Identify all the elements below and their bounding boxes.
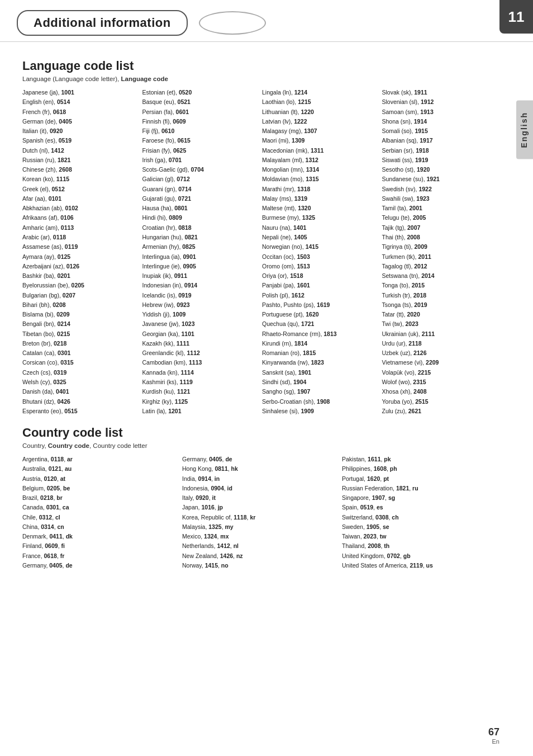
list-item: Taiwan, 2023, tw	[342, 532, 499, 541]
language-column-3: Lingala (ln), 1214Laothian (lo), 1215Lit…	[262, 88, 380, 415]
list-item: Corsican (co), 0315	[22, 358, 140, 367]
country-section-subtitle: Country, Country code, Country code lett…	[22, 442, 499, 449]
list-item: Bihari (bh), 0208	[22, 300, 140, 309]
list-item: Czech (cs), 0319	[22, 368, 140, 377]
list-item: Malayalam (ml), 1312	[262, 155, 380, 164]
list-item: Sinhalese (si), 1909	[262, 407, 380, 415]
list-item: Austria, 0120, at	[22, 474, 180, 483]
list-item: Thai (th), 2008	[382, 233, 500, 242]
list-item: Tamil (ta), 2001	[382, 204, 500, 212]
list-item: Sesotho (st), 1920	[382, 165, 500, 174]
list-item: Georgian (ka), 1101	[142, 329, 260, 338]
list-item: Serbian (sr), 1918	[382, 146, 500, 155]
list-item: Macedonian (mk), 1311	[262, 146, 380, 155]
list-item: Mexico, 1324, mx	[182, 532, 340, 541]
language-column-1: Japanese (ja), 1001English (en), 0514Fre…	[22, 88, 140, 415]
list-item: Cambodian (km), 1113	[142, 358, 260, 367]
list-item: Breton (br), 0218	[22, 339, 140, 348]
list-item: Russian Federation, 1821, ru	[342, 484, 499, 493]
list-item: Fiji (fj), 0610	[142, 126, 260, 135]
list-item: Switzerland, 0308, ch	[342, 513, 499, 522]
main-content: Language code list Language (Language co…	[0, 48, 533, 581]
language-section-subtitle: Language (Language code letter), Languag…	[22, 75, 499, 82]
list-item: India, 0914, in	[182, 474, 340, 483]
list-item: Faroese (fo), 0615	[142, 136, 260, 145]
list-item: United States of America, 2119, us	[342, 561, 499, 570]
footer-lang: En	[492, 738, 499, 745]
english-tab: English	[516, 101, 533, 159]
list-item: Twi (tw), 2023	[382, 319, 500, 328]
list-item: Burmese (my), 1325	[262, 213, 380, 222]
list-item: Lingala (ln), 1214	[262, 88, 380, 97]
list-item: Kazakh (kk), 1111	[142, 339, 260, 348]
list-item: Singapore, 1907, sg	[342, 493, 499, 502]
country-column-2: Germany, 0405, deHong Kong, 0811, hkIndi…	[182, 455, 340, 570]
list-item: Afrikaans (af), 0106	[22, 213, 140, 222]
list-item: Aymara (ay), 0125	[22, 252, 140, 261]
list-item: Chinese (zh), 2608	[22, 165, 140, 174]
list-item: Samoan (sm), 1913	[382, 107, 500, 116]
list-item: Bengali (bn), 0214	[22, 319, 140, 328]
list-item: Mongolian (mn), 1314	[262, 165, 380, 174]
list-item: Zulu (zu), 2621	[382, 407, 500, 415]
list-item: Moldavian (mo), 1315	[262, 174, 380, 183]
list-item: Hebrew (iw), 0923	[142, 300, 260, 309]
country-column-3: Pakistan, 1611, pkPhilippines, 1608, phP…	[342, 455, 499, 570]
list-item: Bulgarian (bg), 0207	[22, 291, 140, 300]
list-item: Afar (aa), 0101	[22, 194, 140, 203]
list-item: Oriya (or), 1518	[262, 271, 380, 280]
list-item: Tsonga (ts), 2019	[382, 300, 500, 309]
list-item: Hausa (ha), 0801	[142, 204, 260, 212]
list-item: Irish (ga), 0701	[142, 155, 260, 164]
list-item: Portugal, 1620, pt	[342, 474, 499, 483]
list-item: Kirundi (rn), 1814	[262, 339, 380, 348]
page-footer: 67 En	[488, 726, 499, 745]
list-item: Netherlands, 1412, nl	[182, 541, 340, 550]
list-item: Laothian (lo), 1215	[262, 97, 380, 106]
list-item: Kurdish (ku), 1121	[142, 387, 260, 396]
list-item: Brazil, 0218, br	[22, 493, 180, 502]
list-item: Occitan (oc), 1503	[262, 252, 380, 261]
list-item: Arabic (ar), 0118	[22, 233, 140, 242]
country-subtitle-mid: , Country code letter	[89, 442, 147, 449]
list-item: Javanese (jw), 1023	[142, 319, 260, 328]
list-item: Greenlandic (kl), 1112	[142, 348, 260, 357]
list-item: Siswati (ss), 1919	[382, 155, 500, 164]
list-item: Swahili (sw), 1923	[382, 194, 500, 203]
list-item: Indonesia, 0904, id	[182, 484, 340, 493]
list-item: Quechua (qu), 1721	[262, 319, 380, 328]
list-item: Nepali (ne), 1405	[262, 233, 380, 242]
list-item: Kirghiz (ky), 1125	[142, 397, 260, 406]
list-item: Oromo (om), 1513	[262, 262, 380, 271]
list-item: Vietnamese (vi), 2209	[382, 358, 500, 367]
list-item: Somali (so), 1915	[382, 126, 500, 135]
list-item: Norway, 1415, no	[182, 561, 340, 570]
list-item: Armenian (hy), 0825	[142, 242, 260, 251]
list-item: Belgium, 0205, be	[22, 484, 180, 493]
list-item: Amharic (am), 0113	[22, 223, 140, 232]
list-item: France, 0618, fr	[22, 551, 180, 560]
list-item: Kinyarwanda (rw), 1823	[262, 358, 380, 367]
language-section-title: Language code list	[22, 59, 499, 73]
list-item: Croatian (hr), 0818	[142, 223, 260, 232]
list-item: Korean (ko), 1115	[22, 174, 140, 183]
language-subtitle-plain: Language (Language code letter),	[22, 75, 121, 82]
language-column-2: Estonian (et), 0520Basque (eu), 0521Pers…	[142, 88, 260, 415]
list-item: Icelandic (is), 0919	[142, 291, 260, 300]
list-item: Malaysia, 1325, my	[182, 522, 340, 531]
list-item: Danish (da), 0401	[22, 387, 140, 396]
list-item: Hong Kong, 0811, hk	[182, 464, 340, 473]
list-item: Latvian (lv), 1222	[262, 117, 380, 126]
list-item: Serbo-Croatian (sh), 1908	[262, 397, 380, 406]
list-item: Sangho (sg), 1907	[262, 387, 380, 396]
list-item: Malagasy (mg), 1307	[262, 126, 380, 135]
list-item: Bhutani (dz), 0426	[22, 397, 140, 406]
list-item: Turkish (tr), 2018	[382, 291, 500, 300]
list-item: Maori (mi), 1309	[262, 136, 380, 145]
list-item: Romanian (ro), 1815	[262, 348, 380, 357]
list-item: Assamese (as), 0119	[22, 242, 140, 251]
list-item: Interlingue (ie), 0905	[142, 262, 260, 271]
list-item: Bislama (bi), 0209	[22, 310, 140, 319]
list-item: Xhosa (xh), 2408	[382, 387, 500, 396]
list-item: Pashto, Pushto (ps), 1619	[262, 300, 380, 309]
